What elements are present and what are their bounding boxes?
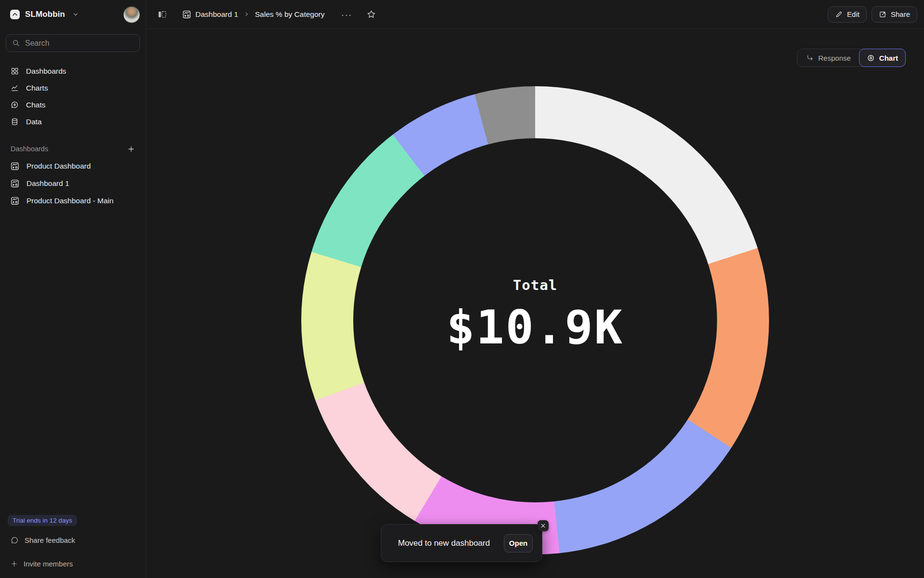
response-arrow-icon bbox=[806, 54, 814, 62]
donut-chart[interactable]: Total $10.9K bbox=[301, 86, 769, 554]
toast-message: Moved to new dashboard bbox=[398, 539, 490, 548]
share-icon bbox=[879, 11, 886, 18]
workspace-name[interactable]: SLMobbin bbox=[25, 10, 65, 19]
dashboard-tile-icon bbox=[11, 162, 19, 171]
donut-center-value: $10.9K bbox=[447, 300, 624, 355]
dashboards-section-header: Dashboards bbox=[6, 142, 140, 156]
database-icon bbox=[11, 118, 19, 126]
donut-chart-icon bbox=[867, 54, 875, 62]
chevron-down-icon[interactable] bbox=[72, 11, 79, 18]
edit-label: Edit bbox=[847, 10, 860, 18]
view-toggle: Response Chart bbox=[797, 49, 906, 67]
topbar: Dashboard 1 Sales % by Category ··· Edit… bbox=[147, 0, 924, 29]
dashboard-item-product-dashboard-main[interactable]: Product Dashboard - Main bbox=[6, 192, 140, 210]
line-chart-icon bbox=[11, 84, 19, 92]
sidebar-item-charts[interactable]: Charts bbox=[6, 79, 140, 96]
workspace-logo-icon bbox=[10, 10, 20, 19]
breadcrumb-page-title[interactable]: Sales % by Category bbox=[255, 10, 325, 19]
toast-open-button[interactable]: Open bbox=[504, 534, 533, 552]
share-button[interactable]: Share bbox=[872, 6, 917, 23]
sidebar-item-dashboards[interactable]: Dashboards bbox=[6, 63, 140, 79]
dashboard-item-label: Dashboard 1 bbox=[26, 179, 69, 188]
sidebar-item-label: Dashboards bbox=[26, 67, 66, 76]
search-input[interactable] bbox=[25, 39, 134, 48]
search-box[interactable] bbox=[6, 34, 140, 52]
invite-members-button[interactable]: Invite members bbox=[6, 556, 140, 571]
plus-icon bbox=[11, 560, 18, 567]
sidebar-item-label: Charts bbox=[26, 84, 48, 92]
share-feedback-label: Share feedback bbox=[25, 536, 75, 544]
dashboard-item-label: Product Dashboard - Main bbox=[26, 197, 114, 205]
share-feedback-button[interactable]: Share feedback bbox=[6, 533, 140, 547]
dashboards-grid-icon bbox=[11, 67, 19, 75]
sidebar-toggle-icon[interactable] bbox=[157, 10, 167, 19]
search-icon bbox=[12, 39, 20, 47]
toggle-chart[interactable]: Chart bbox=[859, 49, 906, 67]
trial-badge[interactable]: Trial ends in 12 days bbox=[8, 515, 77, 526]
section-title: Dashboards bbox=[11, 145, 48, 153]
sidebar-nav: Dashboards Charts Chats Data bbox=[6, 63, 140, 130]
feedback-bubble-icon bbox=[11, 536, 19, 544]
workspace-row: SLMobbin bbox=[0, 0, 146, 30]
toast-notification: Moved to new dashboard Open bbox=[381, 524, 542, 562]
toggle-response[interactable]: Response bbox=[797, 49, 860, 66]
invite-members-label: Invite members bbox=[24, 560, 73, 568]
chart-label: Chart bbox=[879, 54, 898, 62]
close-icon[interactable] bbox=[538, 520, 549, 531]
chevron-right-icon bbox=[244, 11, 250, 17]
response-label: Response bbox=[818, 54, 851, 62]
breadcrumb-dashboard-icon bbox=[182, 10, 191, 19]
dashboard-tile-icon bbox=[11, 179, 19, 188]
sidebar-item-label: Data bbox=[26, 118, 42, 126]
sidebar-item-chats[interactable]: Chats bbox=[6, 96, 140, 113]
dashboard-item-label: Product Dashboard bbox=[26, 162, 91, 171]
dashboard-item-product-dashboard[interactable]: Product Dashboard bbox=[6, 158, 140, 175]
share-label: Share bbox=[891, 10, 910, 18]
dashboard-list: Product Dashboard Dashboard 1 Product Da… bbox=[6, 158, 140, 210]
dashboard-tile-icon bbox=[11, 197, 19, 205]
add-dashboard-button[interactable] bbox=[126, 144, 136, 154]
dashboard-item-dashboard-1[interactable]: Dashboard 1 bbox=[6, 175, 140, 192]
donut-hole: Total $10.9K bbox=[353, 138, 717, 502]
pencil-icon bbox=[835, 11, 843, 18]
breadcrumb-dashboard[interactable]: Dashboard 1 bbox=[195, 10, 238, 19]
sidebar-item-label: Chats bbox=[26, 101, 46, 109]
chat-bubble-icon bbox=[11, 101, 19, 109]
more-options-icon[interactable]: ··· bbox=[341, 12, 352, 17]
sidebar: SLMobbin Dashboards Charts Cha bbox=[0, 0, 146, 578]
donut-center-label: Total bbox=[513, 277, 557, 293]
sidebar-item-data[interactable]: Data bbox=[6, 113, 140, 130]
user-avatar[interactable] bbox=[123, 6, 140, 23]
star-icon[interactable] bbox=[367, 10, 376, 19]
edit-button[interactable]: Edit bbox=[828, 6, 867, 23]
